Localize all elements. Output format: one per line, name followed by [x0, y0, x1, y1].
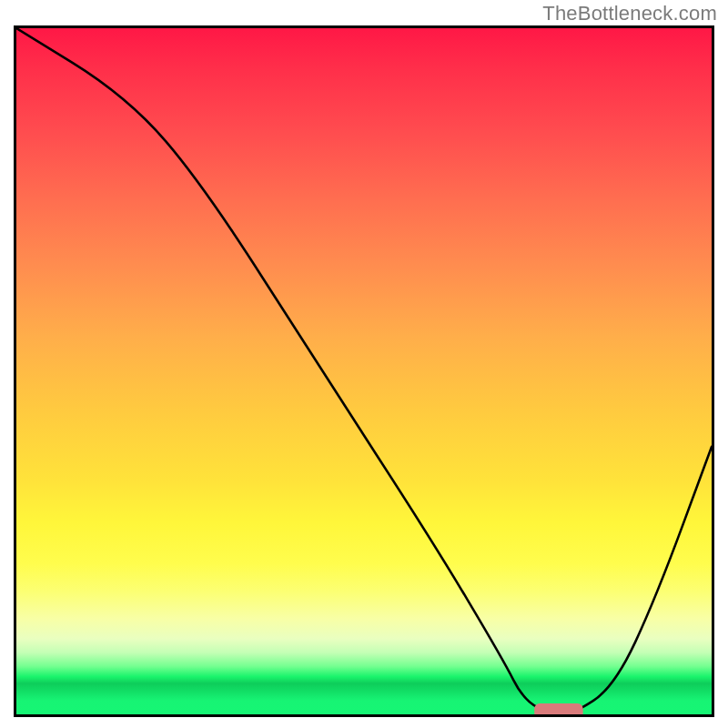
optimal-marker	[534, 703, 582, 714]
plot-svg	[16, 28, 712, 714]
bottleneck-curve	[16, 28, 712, 714]
plot-box	[14, 25, 714, 717]
chart-canvas: TheBottleneck.com	[0, 0, 728, 728]
watermark-text: TheBottleneck.com	[542, 2, 717, 25]
